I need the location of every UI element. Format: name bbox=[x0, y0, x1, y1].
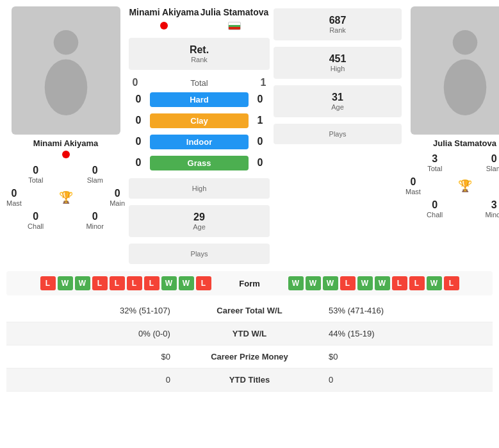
stat-left-value: $0 bbox=[6, 345, 178, 369]
right-high-label: High bbox=[279, 65, 397, 72]
left-form-badge: L bbox=[92, 276, 108, 290]
form-label: Form bbox=[211, 279, 288, 288]
indoor-left: 0 bbox=[132, 136, 145, 147]
left-slam-value: 0 bbox=[87, 165, 103, 176]
right-age-box: 31 Age bbox=[274, 85, 402, 117]
right-plays-box: Plays bbox=[274, 124, 402, 144]
left-form-badge: L bbox=[196, 276, 211, 290]
right-minor-label: Minor bbox=[485, 211, 499, 219]
left-form-badge: L bbox=[110, 276, 125, 290]
total-label: Total bbox=[142, 78, 257, 88]
left-player-name: Minami Akiyama bbox=[33, 138, 98, 148]
left-mast-label: Mast bbox=[6, 199, 22, 207]
clay-badge: Clay bbox=[150, 113, 249, 128]
stat-center-label: YTD W/L bbox=[178, 322, 321, 345]
right-chall-value: 0 bbox=[427, 199, 443, 211]
left-plays-label: Plays bbox=[134, 250, 265, 258]
left-age-value: 29 bbox=[134, 212, 265, 223]
left-rank-value: Ret. bbox=[134, 44, 265, 56]
hard-right: 0 bbox=[254, 94, 266, 105]
svg-point-3 bbox=[443, 60, 486, 116]
svg-point-2 bbox=[452, 30, 477, 55]
right-minor-value: 3 bbox=[485, 199, 499, 211]
stats-row: 0% (0-0)YTD W/L44% (15-19) bbox=[6, 322, 493, 345]
hard-row: 0 Hard 0 bbox=[132, 90, 266, 109]
right-rank-box: 687 Rank bbox=[274, 8, 402, 40]
right-player-column: Julia Stamatova 3 Total 0 Slam 0 bbox=[405, 6, 499, 266]
right-flag-display bbox=[199, 22, 270, 32]
stats-row: 32% (51-107)Career Total W/L53% (471-416… bbox=[6, 299, 493, 322]
right-form-badge: L bbox=[409, 276, 425, 290]
stats-table: 32% (51-107)Career Total W/L53% (471-416… bbox=[6, 299, 493, 392]
right-form-badges: WWWLWWLLWL bbox=[288, 276, 487, 290]
grass-row: 0 Grass 0 bbox=[132, 153, 266, 172]
left-trophy-icon: 🏆 bbox=[59, 190, 73, 204]
right-chall-label: Chall bbox=[427, 211, 443, 219]
right-trophy-icon: 🏆 bbox=[458, 179, 472, 193]
stat-right-value: $0 bbox=[321, 345, 493, 369]
right-mast-value: 0 bbox=[405, 176, 421, 188]
left-form-badge: W bbox=[58, 276, 73, 290]
stats-row: $0Career Prize Money$0 bbox=[6, 345, 493, 369]
left-form-badge: L bbox=[40, 276, 56, 290]
left-form-badge: L bbox=[127, 276, 142, 290]
right-form-badge: L bbox=[392, 276, 407, 290]
right-form-badge: W bbox=[375, 276, 390, 290]
grass-right: 0 bbox=[254, 157, 266, 169]
left-plays-box: Plays bbox=[129, 244, 270, 264]
total-header-row: 0 Total 1 bbox=[129, 76, 270, 90]
left-age-box: 29 Age bbox=[129, 205, 270, 237]
left-high-box: High bbox=[129, 178, 270, 199]
mid-right-name: Julia Stamatova bbox=[199, 6, 270, 18]
right-form-badge: W bbox=[357, 276, 373, 290]
left-main-label: Main bbox=[110, 199, 125, 207]
left-rank-label: Rank bbox=[134, 56, 265, 63]
surface-scores: 0 Hard 0 0 Clay 1 0 Indoor 0 0 Grass bbox=[129, 90, 270, 172]
right-age-value: 31 bbox=[279, 92, 397, 103]
svg-point-1 bbox=[44, 60, 87, 116]
left-high-label: High bbox=[134, 185, 265, 192]
stat-center-label: Career Prize Money bbox=[178, 345, 321, 369]
hard-left: 0 bbox=[132, 94, 145, 105]
hard-badge: Hard bbox=[150, 92, 249, 107]
clay-left: 0 bbox=[132, 115, 145, 126]
left-rank-box: Ret. Rank bbox=[129, 38, 270, 70]
stats-row: 0YTD Titles0 bbox=[6, 369, 493, 392]
left-main-value: 0 bbox=[110, 188, 125, 199]
grass-badge: Grass bbox=[150, 156, 249, 170]
stat-center-label: YTD Titles bbox=[178, 369, 321, 392]
left-form-badge: W bbox=[75, 276, 90, 290]
stat-left-value: 32% (51-107) bbox=[6, 299, 178, 322]
left-minor-value: 0 bbox=[86, 211, 104, 222]
mid-names-row: Minami Akiyama Julia Stamatova bbox=[129, 6, 270, 18]
right-player-photo bbox=[411, 6, 500, 135]
right-slam-value: 0 bbox=[486, 153, 499, 165]
right-total-label: Total bbox=[427, 165, 442, 172]
right-form-badge: W bbox=[323, 276, 338, 290]
left-mast-value: 0 bbox=[6, 188, 22, 199]
total-left-score: 0 bbox=[129, 77, 142, 88]
stat-right-value: 0 bbox=[321, 369, 493, 392]
left-form-badge: W bbox=[161, 276, 177, 290]
right-form-badge: W bbox=[306, 276, 321, 290]
right-form-badge: L bbox=[340, 276, 356, 290]
right-slam-label: Slam bbox=[486, 165, 499, 172]
left-form-badges: LWWLLLLWWL bbox=[13, 276, 211, 290]
left-total-value: 0 bbox=[28, 165, 43, 176]
stat-left-value: 0 bbox=[6, 369, 178, 392]
left-player-stats: 0 Total 0 Slam 0 Mast 🏆 0 bbox=[6, 162, 125, 233]
left-chall-label: Chall bbox=[28, 222, 44, 230]
left-player-column: Minami Akiyama 0 Total 0 Slam bbox=[6, 6, 125, 266]
grass-left: 0 bbox=[132, 157, 145, 169]
left-age-label: Age bbox=[134, 223, 265, 231]
clay-right: 1 bbox=[254, 115, 266, 126]
stat-center-label: Career Total W/L bbox=[178, 299, 321, 322]
svg-point-0 bbox=[53, 30, 78, 55]
left-player-flag bbox=[62, 151, 70, 160]
left-form-badge: W bbox=[179, 276, 194, 290]
right-high-box: 451 High bbox=[274, 47, 402, 79]
right-rank-value: 687 bbox=[279, 15, 397, 26]
right-form-badge: W bbox=[288, 276, 304, 290]
indoor-right: 0 bbox=[254, 136, 266, 147]
stat-right-value: 44% (15-19) bbox=[321, 322, 493, 345]
